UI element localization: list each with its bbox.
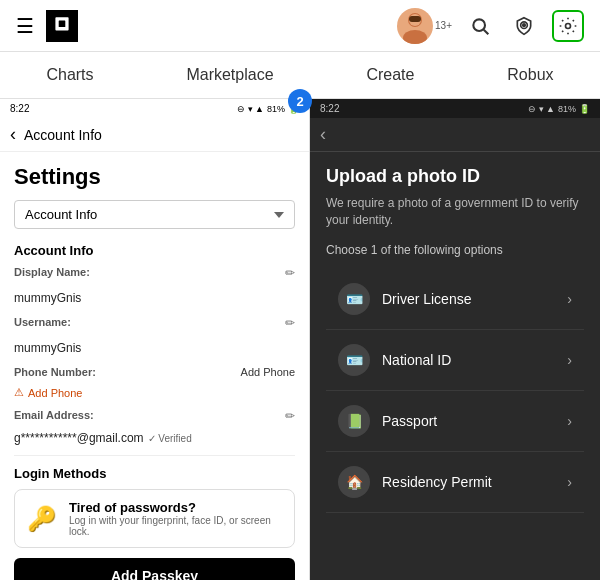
display-name-value: mummyGnis	[14, 291, 81, 305]
id-option-residency-permit[interactable]: 🏠 Residency Permit ›	[326, 452, 584, 513]
section-divider	[14, 455, 295, 456]
phone-warning: ⚠ Add Phone	[14, 386, 295, 399]
shield-icon[interactable]	[508, 10, 540, 42]
verified-badge: ✓ Verified	[148, 433, 192, 444]
svg-point-9	[523, 23, 526, 26]
nav-link-charts[interactable]: Charts	[38, 62, 101, 88]
upload-title: Upload a photo ID	[326, 166, 584, 187]
choose-label: Choose 1 of the following options	[326, 243, 584, 257]
right-back-arrow[interactable]: ‹	[320, 124, 326, 145]
nav-right-group: 13+	[397, 8, 584, 44]
nav-left-group: ☰	[16, 10, 78, 42]
user-avatar-group: 13+	[397, 8, 452, 44]
add-phone-right-link[interactable]: Add Phone	[241, 366, 295, 378]
left-panel-settings: 8:22 ⊖ ▾ ▲ 81% 🔋 ‹ Account Info Settings…	[0, 99, 310, 580]
username-label: Username:	[14, 316, 71, 328]
email-value: g************@gmail.com	[14, 431, 144, 445]
content-area: 2 8:22 ⊖ ▾ ▲ 81% 🔋 ‹ Account Info Settin…	[0, 99, 600, 580]
phone-number-label: Phone Number:	[14, 366, 96, 378]
right-battery-icon: 🔋	[579, 104, 590, 114]
passkey-text-block: Tired of passwords? Log in with your fin…	[69, 500, 282, 537]
email-label: Email Address:	[14, 409, 94, 421]
right-status-right: ⊖ ▾ ▲ 81% 🔋	[528, 103, 590, 114]
national-id-label: National ID	[382, 352, 451, 368]
residency-permit-label: Residency Permit	[382, 474, 492, 490]
add-phone-warning-text[interactable]: Add Phone	[28, 387, 82, 399]
right-status-time: 8:22	[320, 103, 339, 114]
national-id-icon: 🪪	[338, 344, 370, 376]
driver-license-chevron: ›	[567, 291, 572, 307]
right-status-bar: 8:22 ⊖ ▾ ▲ 81% 🔋	[310, 99, 600, 118]
left-phone-header: ‹ Account Info	[0, 118, 309, 152]
nav-link-robux[interactable]: Robux	[499, 62, 561, 88]
id-option-national-id[interactable]: 🪪 National ID ›	[326, 330, 584, 391]
id-option-left-passport: 📗 Passport	[338, 405, 437, 437]
svg-point-10	[566, 23, 571, 28]
svg-rect-5	[409, 16, 421, 22]
username-group: Username: ✏ mummyGnis	[14, 316, 295, 356]
login-methods-section: Login Methods 🔑 Tired of passwords? Log …	[14, 466, 295, 580]
left-status-battery: 81%	[267, 104, 285, 114]
add-passkey-button[interactable]: Add Passkey	[14, 558, 295, 580]
display-name-label: Display Name:	[14, 266, 90, 278]
roblox-logo[interactable]	[46, 10, 78, 42]
svg-line-7	[484, 29, 489, 34]
display-name-group: Display Name: ✏ mummyGnis	[14, 266, 295, 306]
passkey-title: Tired of passwords?	[69, 500, 282, 515]
settings-title: Settings	[14, 164, 295, 190]
nav-link-create[interactable]: Create	[358, 62, 422, 88]
username-edit-icon[interactable]: ✏	[285, 316, 295, 330]
residency-permit-icon: 🏠	[338, 466, 370, 498]
login-methods-title: Login Methods	[14, 466, 295, 481]
email-value-row: g************@gmail.com ✓ Verified	[14, 431, 295, 445]
passkey-icon: 🔑	[27, 505, 57, 533]
panels-row: 2 8:22 ⊖ ▾ ▲ 81% 🔋 ‹ Account Info Settin…	[0, 99, 600, 580]
settings-icon[interactable]	[552, 10, 584, 42]
svg-point-6	[473, 19, 485, 31]
account-info-dropdown[interactable]: Account Info	[14, 200, 295, 229]
email-edit-icon[interactable]: ✏	[285, 409, 295, 423]
passport-icon: 📗	[338, 405, 370, 437]
left-back-arrow[interactable]: ‹	[10, 124, 16, 145]
right-status-battery: 81%	[558, 104, 576, 114]
national-id-chevron: ›	[567, 352, 572, 368]
top-navigation: ☰ 13+	[0, 0, 600, 52]
svg-point-3	[403, 30, 427, 44]
left-header-title: Account Info	[24, 127, 102, 143]
username-value: mummyGnis	[14, 341, 81, 355]
id-option-left-driver: 🪪 Driver License	[338, 283, 471, 315]
nav-link-marketplace[interactable]: Marketplace	[178, 62, 281, 88]
upload-description: We require a photo of a government ID to…	[326, 195, 584, 229]
age-badge: 13+	[435, 20, 452, 31]
search-icon[interactable]	[464, 10, 496, 42]
email-group: Email Address: ✏ g************@gmail.com…	[14, 409, 295, 445]
id-option-left-residency: 🏠 Residency Permit	[338, 466, 492, 498]
right-panel-upload-id: 8:22 ⊖ ▾ ▲ 81% 🔋 ‹ Upload a photo ID We …	[310, 99, 600, 580]
right-phone-header: ‹	[310, 118, 600, 152]
warning-icon: ⚠	[14, 386, 24, 399]
settings-content: Settings Account Info Account Info Displ…	[0, 152, 309, 580]
left-status-time: 8:22	[10, 103, 29, 114]
account-info-section-title: Account Info	[14, 243, 295, 258]
driver-license-label: Driver License	[382, 291, 471, 307]
passkey-card: 🔑 Tired of passwords? Log in with your f…	[14, 489, 295, 548]
left-status-bar: 8:22 ⊖ ▾ ▲ 81% 🔋	[0, 99, 309, 118]
id-option-driver-license[interactable]: 🪪 Driver License ›	[326, 269, 584, 330]
right-content: Upload a photo ID We require a photo of …	[310, 152, 600, 580]
residency-permit-chevron: ›	[567, 474, 572, 490]
phone-number-group: Phone Number: Add Phone ⚠ Add Phone	[14, 366, 295, 399]
svg-rect-1	[59, 20, 66, 27]
hamburger-icon[interactable]: ☰	[16, 14, 34, 38]
passkey-description: Log in with your fingerprint, face ID, o…	[69, 515, 282, 537]
right-status-icons: ⊖ ▾ ▲	[528, 104, 555, 114]
step-badge: 2	[288, 89, 312, 113]
avatar[interactable]	[397, 8, 433, 44]
passport-chevron: ›	[567, 413, 572, 429]
left-status-icons: ⊖ ▾ ▲	[237, 104, 264, 114]
id-option-left-national: 🪪 National ID	[338, 344, 451, 376]
display-name-edit-icon[interactable]: ✏	[285, 266, 295, 280]
driver-license-icon: 🪪	[338, 283, 370, 315]
passport-label: Passport	[382, 413, 437, 429]
id-option-passport[interactable]: 📗 Passport ›	[326, 391, 584, 452]
